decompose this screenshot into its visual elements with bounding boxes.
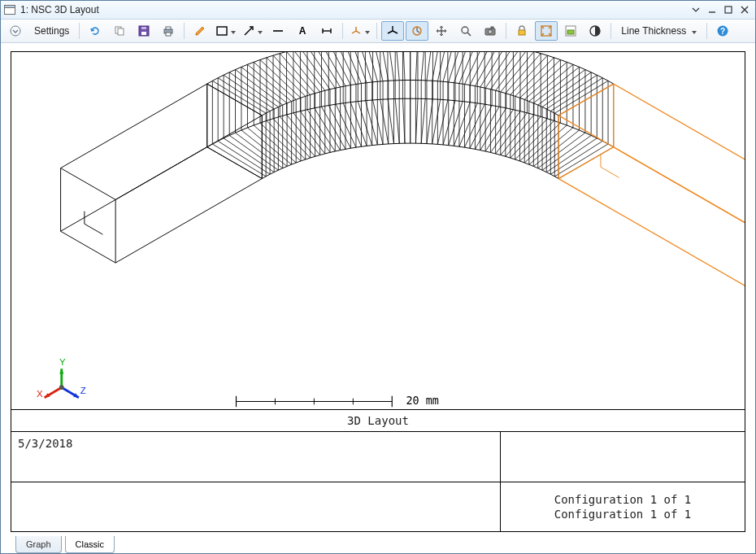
svg-line-37 — [61, 231, 116, 263]
svg-line-34 — [115, 179, 262, 264]
svg-line-129 — [336, 52, 356, 85]
svg-line-115 — [315, 108, 341, 150]
svg-line-239 — [506, 116, 541, 156]
svg-line-195 — [449, 102, 463, 146]
dimension-tool-icon[interactable] — [315, 21, 338, 41]
svg-line-105 — [293, 52, 325, 90]
svg-line-293 — [614, 84, 745, 252]
lock-icon[interactable] — [511, 21, 533, 41]
window-title: 1: NSC 3D Layout — [20, 4, 99, 15]
svg-line-157 — [388, 52, 393, 81]
svg-rect-13 — [217, 27, 227, 35]
svg-rect-29 — [567, 30, 574, 34]
svg-point-24 — [489, 30, 493, 34]
view-angle-icon[interactable] — [347, 21, 372, 41]
svg-line-294 — [558, 116, 745, 284]
svg-line-181 — [427, 52, 432, 81]
svg-line-229 — [490, 52, 520, 89]
svg-line-139 — [358, 102, 371, 146]
svg-line-14 — [245, 28, 252, 35]
line-tool-icon[interactable] — [267, 21, 289, 41]
svg-line-185 — [432, 52, 441, 81]
svg-line-35 — [115, 116, 262, 200]
rotate-view-icon[interactable] — [406, 21, 428, 41]
svg-line-39 — [61, 168, 116, 200]
plate-title: 3D Layout — [11, 409, 745, 432]
svg-line-175 — [421, 98, 425, 143]
svg-text:Y: Y — [59, 357, 66, 367]
drawing-plate: 20 mmXYZ 3D Layout 5/3/2018 Configuratio… — [11, 51, 745, 532]
minimize-button[interactable] — [705, 3, 719, 16]
svg-line-143 — [365, 101, 377, 145]
svg-rect-1 — [5, 6, 15, 8]
tab-classic[interactable]: Classic — [65, 536, 115, 553]
svg-line-245 — [511, 55, 548, 94]
svg-line-177 — [421, 52, 425, 81]
svg-line-219 — [480, 108, 506, 150]
zoom-icon[interactable] — [454, 21, 477, 41]
svg-rect-12 — [166, 33, 171, 36]
svg-line-205 — [459, 52, 477, 84]
svg-rect-6 — [118, 28, 124, 35]
settings-label: Settings — [34, 25, 69, 37]
svg-line-291 — [558, 179, 745, 347]
collapse-toggle-icon[interactable] — [4, 21, 27, 41]
minimize-to-dropdown-icon[interactable] — [689, 3, 703, 16]
svg-line-161 — [395, 52, 399, 81]
pencil-icon[interactable] — [189, 21, 211, 41]
svg-line-292 — [614, 147, 745, 316]
pan-icon[interactable] — [430, 21, 453, 41]
svg-line-121 — [321, 52, 345, 86]
svg-point-321 — [59, 385, 64, 390]
svg-line-304 — [601, 167, 619, 177]
plate-date: 5/3/2018 — [18, 437, 72, 450]
window-icon — [4, 4, 15, 15]
svg-line-153 — [380, 52, 389, 81]
print-icon[interactable] — [157, 21, 180, 41]
refresh-icon[interactable] — [84, 21, 106, 41]
maximize-button[interactable] — [721, 3, 736, 16]
save-icon[interactable] — [133, 21, 155, 41]
export-icon[interactable] — [559, 21, 582, 41]
svg-line-109 — [300, 52, 330, 89]
config-line-2: Configuration 1 of 1 — [554, 507, 692, 521]
camera-icon[interactable] — [479, 21, 502, 41]
svg-text:20 mm: 20 mm — [406, 395, 439, 407]
svg-point-21 — [462, 27, 468, 33]
svg-text:A: A — [299, 25, 306, 37]
copy-icon[interactable] — [108, 21, 131, 41]
line-thickness-dropdown[interactable]: Line Thickness — [615, 21, 702, 41]
rectangle-tool-icon[interactable] — [213, 21, 238, 41]
tab-graph[interactable]: Graph — [15, 536, 62, 553]
svg-line-125 — [328, 52, 350, 85]
text-tool-icon[interactable]: A — [291, 21, 314, 41]
app-window: 1: NSC 3D Layout Settings — [0, 0, 756, 554]
svg-text:?: ? — [720, 27, 725, 36]
fit-view-icon[interactable] — [535, 21, 558, 41]
settings-dropdown[interactable]: Settings — [28, 21, 75, 41]
svg-line-159 — [395, 98, 399, 143]
svg-rect-9 — [141, 27, 146, 29]
close-button[interactable] — [737, 3, 752, 16]
svg-line-191 — [443, 101, 455, 145]
config-line-1: Configuration 1 of 1 — [554, 492, 692, 507]
help-icon[interactable]: ? — [711, 21, 734, 41]
canvas-area: 20 mmXYZ 3D Layout 5/3/2018 Configuratio… — [1, 43, 755, 553]
iso-view-icon[interactable] — [381, 21, 404, 41]
viewport-3d[interactable]: 20 mmXYZ — [11, 52, 745, 411]
svg-line-233 — [496, 52, 528, 90]
svg-rect-26 — [519, 30, 525, 35]
shading-icon[interactable] — [584, 21, 606, 41]
svg-line-209 — [464, 52, 484, 85]
svg-rect-11 — [166, 27, 171, 29]
svg-line-213 — [470, 52, 492, 85]
svg-line-133 — [343, 52, 361, 84]
view-tabs: Graph Classic — [1, 535, 755, 553]
svg-line-36 — [61, 84, 207, 168]
arrow-tool-icon[interactable] — [240, 21, 265, 41]
line-thickness-label: Line Thickness — [621, 25, 686, 37]
title-bar: 1: NSC 3D Layout — [1, 1, 755, 20]
toolbar: Settings A — [1, 20, 755, 43]
svg-rect-25 — [491, 27, 493, 28]
svg-line-97 — [280, 54, 315, 94]
